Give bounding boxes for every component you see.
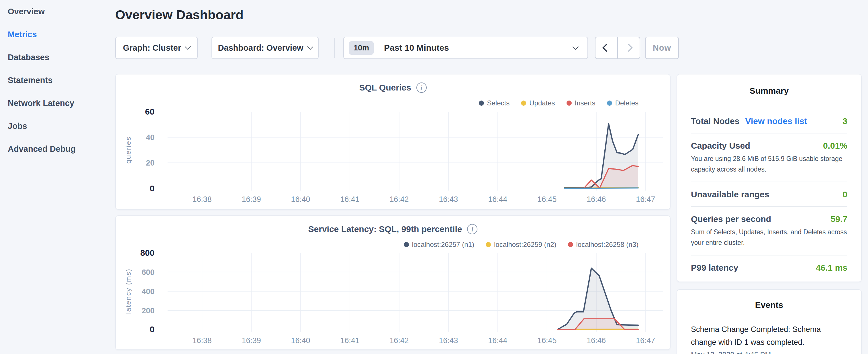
chart-grid: 16:3816:3916:4016:4116:4216:4316:4416:45…	[141, 248, 663, 345]
summary-label: Total Nodes	[691, 116, 739, 126]
graph-dropdown-label: Graph: Cluster	[123, 43, 181, 53]
chevron-down-icon	[307, 43, 313, 50]
chevron-down-icon	[572, 43, 579, 50]
chevron-left-icon	[602, 44, 610, 52]
time-window-label: Past 10 Minutes	[384, 43, 574, 53]
summary-description: Sum of Selects, Updates, Inserts, and De…	[691, 227, 847, 248]
time-window-badge: 10m	[349, 41, 374, 55]
sql-queries-chart[interactable]: 16:3816:3916:4016:4116:4216:4316:4416:45…	[116, 74, 670, 209]
summary-row: Total NodesView nodes list3	[691, 109, 847, 133]
svg-text:16:43: 16:43	[439, 336, 458, 345]
summary-row: Capacity Used0.01%You are using 28.6 MiB…	[691, 133, 847, 182]
summary-panel: Summary Total NodesView nodes list3Capac…	[677, 74, 862, 282]
sidebar-item-metrics[interactable]: Metrics	[0, 23, 115, 46]
svg-text:16:43: 16:43	[439, 195, 458, 204]
svg-text:20: 20	[146, 159, 154, 167]
svg-text:60: 60	[145, 107, 154, 116]
svg-text:16:45: 16:45	[537, 336, 557, 345]
event-item: Schema Change Completed: Schema change w…	[691, 323, 847, 354]
graph-dropdown[interactable]: Graph: Cluster	[115, 37, 198, 59]
svg-text:16:47: 16:47	[636, 336, 655, 345]
summary-value: 46.1 ms	[816, 263, 847, 273]
sidebar-item-overview[interactable]: Overview	[0, 0, 115, 23]
sql-queries-panel: SQL Queries i SelectsUpdatesInsertsDelet…	[115, 74, 671, 210]
summary-value: 59.7	[831, 214, 847, 224]
summary-row: Queries per second59.7Sum of Selects, Up…	[691, 206, 847, 255]
svg-text:16:47: 16:47	[636, 195, 655, 204]
svg-text:16:39: 16:39	[242, 195, 261, 204]
svg-text:800: 800	[141, 248, 155, 257]
svg-text:16:45: 16:45	[537, 195, 557, 204]
summary-title: Summary	[691, 86, 847, 96]
now-button[interactable]: Now	[645, 37, 679, 59]
summary-row: Unavailable ranges0	[691, 182, 847, 206]
svg-text:16:38: 16:38	[192, 336, 212, 345]
events-panel: Events Schema Change Completed: Schema c…	[677, 289, 862, 354]
svg-text:0: 0	[150, 325, 155, 334]
summary-label: Capacity Used	[691, 141, 750, 151]
svg-text:16:42: 16:42	[390, 195, 409, 204]
sidebar-item-statements[interactable]: Statements	[0, 69, 115, 92]
svg-text:16:39: 16:39	[242, 336, 261, 345]
svg-text:0: 0	[150, 184, 155, 193]
summary-label: Unavailable ranges	[691, 190, 769, 199]
service-latency-chart[interactable]: 16:3816:3916:4016:4116:4216:4316:4416:45…	[116, 216, 670, 349]
page-title: Overview Dashboard	[115, 7, 244, 22]
service-latency-panel: Service Latency: SQL, 99th percentile i …	[115, 215, 671, 350]
summary-value: 0	[842, 190, 847, 199]
summary-description: You are using 28.6 MiB of 515.9 GiB usab…	[691, 154, 847, 175]
sidebar-item-advanced-debug[interactable]: Advanced Debug	[0, 137, 115, 160]
series-line-Deletes	[564, 188, 638, 188]
svg-text:16:41: 16:41	[340, 336, 359, 345]
summary-value: 0.01%	[823, 141, 847, 151]
svg-text:600: 600	[142, 268, 154, 277]
y-axis-title: queries	[124, 136, 132, 164]
summary-rows: Total NodesView nodes list3Capacity Used…	[691, 109, 847, 280]
sidebar: OverviewMetricsDatabasesStatementsNetwor…	[0, 0, 115, 354]
svg-text:16:40: 16:40	[291, 195, 310, 204]
events-title: Events	[691, 300, 847, 310]
chevron-down-icon	[185, 43, 191, 50]
svg-text:400: 400	[142, 287, 154, 296]
svg-text:16:44: 16:44	[488, 336, 507, 345]
svg-text:16:46: 16:46	[587, 195, 606, 204]
sidebar-item-jobs[interactable]: Jobs	[0, 115, 115, 137]
app-root: OverviewMetricsDatabasesStatementsNetwor…	[0, 0, 868, 354]
svg-text:16:40: 16:40	[291, 336, 310, 345]
controls-divider	[334, 38, 335, 58]
dashboard-dropdown[interactable]: Dashboard: Overview	[212, 37, 319, 59]
time-pager	[595, 37, 640, 59]
view-nodes-list-link[interactable]: View nodes list	[745, 116, 807, 126]
chevron-right-icon	[625, 44, 633, 52]
summary-row: P99 latency46.1 ms	[691, 255, 847, 280]
event-text: Schema Change Completed: Schema change w…	[691, 323, 825, 349]
prev-time-button[interactable]	[595, 37, 617, 58]
svg-text:40: 40	[146, 133, 154, 142]
time-window-selector[interactable]: 10m Past 10 Minutes	[343, 37, 588, 59]
sidebar-item-network-latency[interactable]: Network Latency	[0, 92, 115, 115]
y-axis-title: latency (ms)	[124, 268, 132, 314]
svg-text:16:41: 16:41	[340, 195, 359, 204]
svg-text:16:42: 16:42	[390, 336, 409, 345]
svg-text:16:38: 16:38	[192, 195, 212, 204]
event-timestamp: May 13, 2020 at 4:45 PM	[691, 351, 847, 354]
next-time-button[interactable]	[617, 37, 640, 58]
svg-text:16:46: 16:46	[587, 336, 606, 345]
sidebar-item-databases[interactable]: Databases	[0, 46, 115, 69]
chart-grid: 16:3816:3916:4016:4116:4216:4316:4416:45…	[145, 107, 663, 204]
svg-text:16:44: 16:44	[488, 195, 507, 204]
summary-value: 3	[842, 116, 847, 126]
dashboard-dropdown-label: Dashboard: Overview	[218, 43, 303, 53]
summary-label: P99 latency	[691, 263, 738, 273]
events-list: Schema Change Completed: Schema change w…	[691, 323, 847, 354]
svg-text:200: 200	[142, 307, 154, 315]
summary-label: Queries per second	[691, 214, 771, 224]
